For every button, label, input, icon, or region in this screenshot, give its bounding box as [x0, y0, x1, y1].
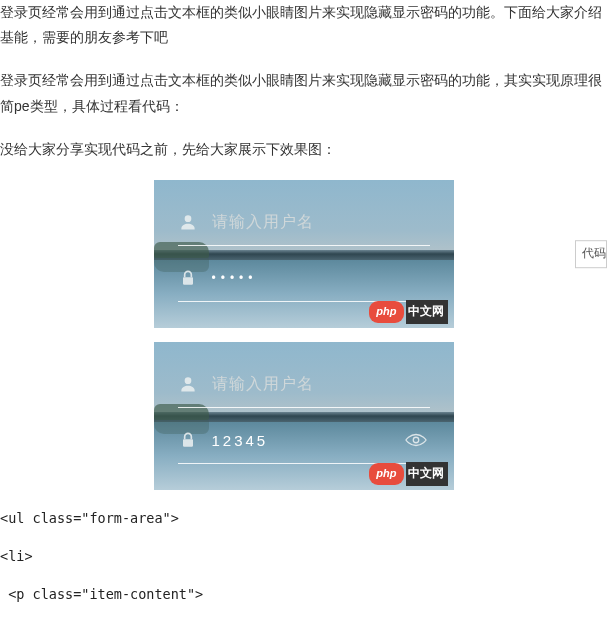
code-line: <li>: [0, 546, 607, 566]
article-preview-label: 没给大家分享实现代码之前，先给大家展示下效果图：: [0, 137, 607, 162]
username-row: 请输入用户名: [178, 200, 430, 246]
password-masked-value: •••••: [212, 268, 430, 290]
svg-rect-3: [183, 440, 193, 448]
article-intro: 登录页经常会用到通过点击文本框的类似小眼睛图片来实现隐藏显示密码的功能。下面给大…: [0, 0, 607, 50]
lock-icon: [178, 430, 212, 450]
svg-point-4: [413, 438, 419, 444]
watermark-brand: 中文网: [406, 462, 448, 486]
code-line: <ul class="form-area">: [0, 508, 607, 528]
username-placeholder: 请输入用户名: [212, 208, 430, 237]
password-plain-value: 12345: [212, 427, 402, 454]
user-icon: [178, 374, 212, 394]
svg-point-2: [184, 378, 191, 385]
lock-icon: [178, 268, 212, 288]
password-row: •••••: [178, 256, 430, 302]
code-snippet: <ul class="form-area"> <li> <p class="it…: [0, 508, 607, 605]
code-line: <p class="item-content">: [0, 584, 607, 604]
article-description: 登录页经常会用到通过点击文本框的类似小眼睛图片来实现隐藏显示密码的功能，其实实现…: [0, 68, 607, 118]
watermark-brand: 中文网: [406, 300, 448, 324]
svg-point-0: [184, 216, 191, 223]
svg-rect-1: [183, 278, 193, 286]
watermark: php 中文网: [369, 300, 447, 324]
watermark-pill: php: [369, 301, 403, 323]
eye-icon: [402, 432, 430, 448]
demo-screenshot-2: 请输入用户名 12345 php 中文网: [0, 342, 607, 490]
username-row: 请输入用户名: [178, 362, 430, 408]
password-row: 12345: [178, 418, 430, 464]
watermark-pill: php: [369, 463, 403, 485]
code-copy-button[interactable]: 代码: [575, 240, 607, 268]
user-icon: [178, 212, 212, 232]
demo-screenshot-1: 请输入用户名 ••••• php 中文网 代码: [0, 180, 607, 328]
username-placeholder: 请输入用户名: [212, 370, 430, 399]
watermark: php 中文网: [369, 462, 447, 486]
